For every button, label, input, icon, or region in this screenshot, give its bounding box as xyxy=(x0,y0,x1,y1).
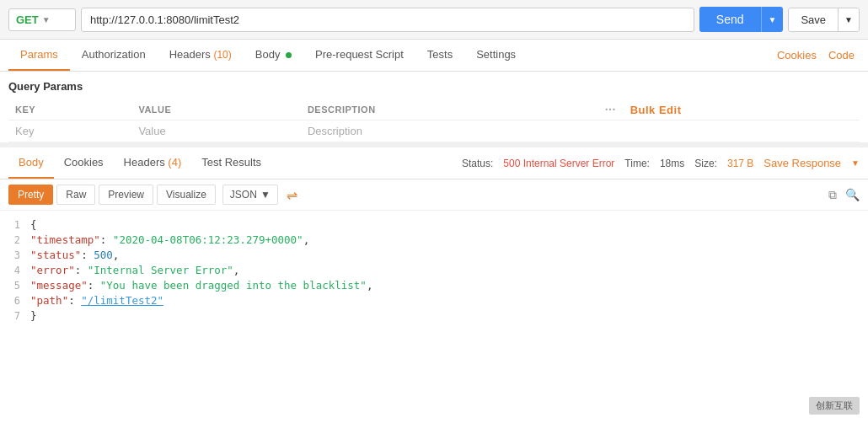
code-link[interactable]: Code xyxy=(823,40,860,70)
line-number: 2 xyxy=(0,233,30,248)
size-label: Size: xyxy=(694,158,717,169)
query-params-section: Query Params KEY VALUE DESCRIPTION ··· B… xyxy=(0,72,868,142)
tab-pre-request[interactable]: Pre-request Script xyxy=(303,40,415,71)
resp-tab-cookies[interactable]: Cookies xyxy=(54,147,114,179)
resp-tab-test-results[interactable]: Test Results xyxy=(191,147,271,179)
line-number: 5 xyxy=(0,278,30,293)
json-key: "timestamp" xyxy=(30,233,100,246)
json-key: "status" xyxy=(30,249,81,261)
bulk-edit-link[interactable]: Bulk Edit xyxy=(630,104,682,116)
save-response-chevron-icon[interactable]: ▼ xyxy=(851,158,860,168)
json-value-number: 500 xyxy=(94,249,113,261)
json-plain: , xyxy=(367,279,373,292)
pretty-button[interactable]: Pretty xyxy=(8,185,53,205)
copy-icon[interactable]: ⧉ xyxy=(828,188,837,202)
line-content: } xyxy=(30,308,868,324)
json-key: "message" xyxy=(30,279,88,292)
send-dropdown-button[interactable]: ▼ xyxy=(761,7,784,32)
json-value-string: "Internal Server Error" xyxy=(88,264,233,276)
line-content: "status": 500, xyxy=(30,248,868,263)
response-status-bar: Status: 500 Internal Server Error Time: … xyxy=(462,157,860,169)
tab-body[interactable]: Body xyxy=(244,40,303,71)
response-section: Body Cookies Headers (4) Test Results St… xyxy=(0,142,868,330)
size-value: 317 B xyxy=(727,158,753,169)
params-empty-row: Key Value Description xyxy=(8,120,860,142)
json-plain: : xyxy=(68,294,81,307)
raw-button[interactable]: Raw xyxy=(56,185,95,205)
body-dot-icon xyxy=(286,52,292,58)
line-number: 1 xyxy=(0,217,30,233)
code-line: 2 "timestamp": "2020-04-08T06:12:23.279+… xyxy=(0,233,868,248)
resp-tab-headers[interactable]: Headers (4) xyxy=(114,147,192,179)
request-tabs-bar: Params Authorization Headers (10) Body P… xyxy=(0,40,868,72)
params-table: KEY VALUE DESCRIPTION ··· Bulk Edit Key … xyxy=(8,99,860,142)
query-params-title: Query Params xyxy=(8,80,860,93)
cookies-link[interactable]: Cookies xyxy=(772,40,822,70)
preview-button[interactable]: Preview xyxy=(99,185,153,205)
send-button-group: Send ▼ xyxy=(699,7,784,32)
save-dropdown-button[interactable]: ▼ xyxy=(838,8,859,31)
json-plain: : xyxy=(88,279,100,292)
tab-tests[interactable]: Tests xyxy=(415,40,464,71)
json-plain: } xyxy=(30,309,37,322)
line-content: "error": "Internal Server Error", xyxy=(30,263,868,278)
code-line: 1{ xyxy=(0,217,868,233)
line-content: { xyxy=(30,217,868,233)
line-number: 6 xyxy=(0,293,30,308)
response-viewer-toolbar: Pretty Raw Preview Visualize JSON ▼ ⇌ ⧉ … xyxy=(0,179,868,211)
response-code-viewer: 1{2 "timestamp": "2020-04-08T06:12:23.27… xyxy=(0,211,868,330)
col-actions: ··· xyxy=(598,99,624,120)
response-tabs-bar: Body Cookies Headers (4) Test Results St… xyxy=(0,147,868,179)
wrap-icon[interactable]: ⇌ xyxy=(287,187,297,203)
format-chevron-icon: ▼ xyxy=(260,189,271,201)
code-line: 5 "message": "You have been dragged into… xyxy=(0,278,868,293)
json-plain: : xyxy=(75,264,88,276)
format-value: JSON xyxy=(230,189,257,201)
line-content: "message": "You have been dragged into t… xyxy=(30,278,868,293)
tab-params[interactable]: Params xyxy=(8,40,70,71)
col-description: DESCRIPTION xyxy=(301,99,598,120)
key-placeholder[interactable]: Key xyxy=(8,120,131,142)
save-response-button[interactable]: Save Response xyxy=(764,157,841,169)
resp-tab-body[interactable]: Body xyxy=(8,147,54,179)
resp-headers-badge: (4) xyxy=(168,156,181,169)
json-plain: : xyxy=(100,233,113,246)
format-selector[interactable]: JSON ▼ xyxy=(222,185,278,205)
json-plain: , xyxy=(303,233,310,246)
line-number: 3 xyxy=(0,248,30,263)
json-value-string: "2020-04-08T06:12:23.279+0000" xyxy=(113,233,303,246)
json-value-link: "/limitTest2" xyxy=(81,294,163,307)
json-plain: , xyxy=(233,264,240,276)
line-number: 4 xyxy=(0,263,30,278)
line-number: 7 xyxy=(0,308,30,324)
status-value: 500 Internal Server Error xyxy=(503,158,614,169)
request-toolbar: GET ▼ Send ▼ Save ▼ xyxy=(0,0,868,40)
send-button[interactable]: Send xyxy=(699,7,761,32)
json-plain: : xyxy=(81,249,94,261)
visualize-button[interactable]: Visualize xyxy=(157,185,216,205)
time-label: Time: xyxy=(624,158,650,169)
line-content: "path": "/limitTest2" xyxy=(30,293,868,308)
time-value: 18ms xyxy=(660,158,684,169)
value-placeholder[interactable]: Value xyxy=(131,120,301,142)
save-button[interactable]: Save xyxy=(789,8,838,31)
method-selector[interactable]: GET ▼ xyxy=(8,8,76,31)
url-input[interactable] xyxy=(81,8,694,32)
json-key: "path" xyxy=(30,294,68,307)
line-content: "timestamp": "2020-04-08T06:12:23.279+00… xyxy=(30,233,868,248)
col-bulk-edit: Bulk Edit xyxy=(624,99,860,120)
headers-badge: (10) xyxy=(213,49,231,61)
json-key: "error" xyxy=(30,264,75,276)
json-plain: { xyxy=(30,218,37,231)
status-label: Status: xyxy=(462,158,493,169)
save-button-group: Save ▼ xyxy=(788,8,860,32)
more-options-icon[interactable]: ··· xyxy=(605,103,616,116)
tab-headers[interactable]: Headers (10) xyxy=(158,40,244,71)
json-value-string: "You have been dragged into the blacklis… xyxy=(100,279,367,292)
code-line: 4 "error": "Internal Server Error", xyxy=(0,263,868,278)
tab-authorization[interactable]: Authorization xyxy=(70,40,158,71)
desc-placeholder[interactable]: Description xyxy=(301,120,598,142)
tab-settings[interactable]: Settings xyxy=(464,40,528,71)
code-line: 3 "status": 500, xyxy=(0,248,868,263)
search-icon[interactable]: 🔍 xyxy=(845,188,860,201)
